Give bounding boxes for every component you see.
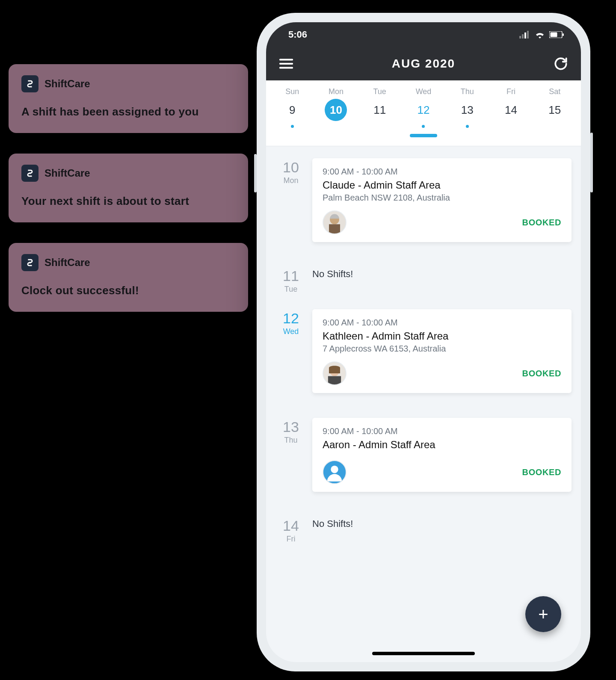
svg-rect-5 [551,33,557,37]
cellular-icon [519,31,530,38]
notification-app-name: ShiftCare [44,167,90,179]
avatar [323,361,346,385]
svg-rect-9 [329,224,340,234]
day-section: 12Wed9:00 AM - 10:00 AMKathleen - Admin … [266,309,581,418]
shift-title: Aaron - Admin Staff Area [323,439,561,451]
no-shifts-label: No Shifts! [312,267,572,280]
day-body: 9:00 AM - 10:00 AMClaude - Admin Staff A… [312,158,572,251]
home-indicator[interactable] [372,652,475,655]
day-name: Wed [275,327,306,336]
notification-app-name: ShiftCare [44,257,90,269]
week-day-label: Mon [329,87,344,96]
notification-message: Clock out successful! [21,284,235,297]
notification-card[interactable]: ShiftCare A shift has been assigned to y… [9,64,248,133]
shift-status-badge: BOOKED [522,369,561,378]
day-has-shift-dot [291,125,294,128]
notifications-column: ShiftCare A shift has been assigned to y… [9,64,248,312]
svg-rect-0 [519,36,521,38]
status-time: 5:06 [288,29,307,40]
app-header: AUG 2020 [266,47,581,80]
week-day-tue[interactable]: Tue11 [361,87,398,131]
refresh-button[interactable] [553,56,569,72]
shift-card[interactable]: 9:00 AM - 10:00 AMAaron - Admin Staff Ar… [312,418,572,492]
day-body: 9:00 AM - 10:00 AMKathleen - Admin Staff… [312,309,572,402]
week-day-sun[interactable]: Sun9 [274,87,311,131]
week-day-label: Thu [461,87,474,96]
week-day-number: 12 [412,99,435,121]
week-day-fri[interactable]: Fri14 [493,87,530,131]
plus-icon: + [538,605,548,624]
day-number: 12 [275,311,306,325]
shift-status-badge: BOOKED [522,218,561,228]
shift-card[interactable]: 9:00 AM - 10:00 AMClaude - Admin Staff A… [312,158,572,242]
week-day-number: 10 [325,99,347,121]
day-body: No Shifts! [312,517,572,544]
week-day-wed[interactable]: Wed12 [405,87,442,131]
notification-message: A shift has been assigned to you [21,105,235,118]
phone-mockup: 5:06 AUG 2020 [257,13,590,671]
shift-card[interactable]: 9:00 AM - 10:00 AMKathleen - Admin Staff… [312,309,572,393]
week-day-label: Sun [285,87,299,96]
day-number: 11 [275,269,306,283]
notification-app-name: ShiftCare [44,78,90,90]
week-day-label: Fri [506,87,515,96]
day-side-label: 11Tue [275,267,306,294]
notification-message: Your next shift is about to start [21,195,235,208]
week-day-label: Sat [549,87,560,96]
day-name: Thu [275,436,306,445]
schedule-list[interactable]: 10Mon9:00 AM - 10:00 AMClaude - Admin St… [266,146,581,662]
day-section: 13Thu9:00 AM - 10:00 AMAaron - Admin Sta… [266,418,581,517]
week-underline-indicator [410,134,437,137]
notification-card[interactable]: ShiftCare Your next shift is about to st… [9,154,248,222]
week-day-label: Tue [373,87,386,96]
day-section: 14FriNo Shifts! [266,517,581,559]
day-side-label: 14Fri [275,517,306,544]
week-day-number: 13 [456,99,478,121]
week-day-number: 15 [544,99,566,121]
day-body: No Shifts! [312,267,572,294]
day-name: Fri [275,535,306,544]
week-day-number: 14 [500,99,522,121]
week-day-number: 9 [281,99,303,121]
svg-rect-3 [527,31,529,38]
day-has-shift-dot [422,125,425,128]
svg-rect-6 [563,33,564,36]
shiftcare-app-icon [21,75,38,92]
no-shifts-label: No Shifts! [312,517,572,529]
avatar [323,460,346,484]
shift-footer: BOOKED [323,361,561,385]
shift-footer: BOOKED [323,210,561,234]
week-day-thu[interactable]: Thu13 [449,87,486,131]
shift-title: Kathleen - Admin Staff Area [323,330,561,342]
day-name: Tue [275,285,306,294]
add-shift-fab[interactable]: + [525,596,561,632]
day-has-shift-dot [466,125,469,128]
header-title: AUG 2020 [392,57,455,71]
shift-time: 9:00 AM - 10:00 AM [323,426,561,436]
shift-time: 9:00 AM - 10:00 AM [323,318,561,328]
day-side-label: 12Wed [275,309,306,402]
week-day-sat[interactable]: Sat15 [536,87,573,131]
shift-address: 7 Applecross WA 6153, Australia [323,344,561,354]
wifi-icon [535,31,545,38]
shift-address: Palm Beach NSW 2108, Australia [323,193,561,203]
notification-card[interactable]: ShiftCare Clock out successful! [9,243,248,312]
day-side-label: 10Mon [275,158,306,251]
shiftcare-app-icon [21,165,38,182]
battery-icon [549,31,564,38]
day-number: 14 [275,518,306,533]
svg-rect-1 [522,34,524,38]
week-selector: Sun9Mon10Tue11Wed12Thu13Fri14Sat15 [266,80,581,146]
day-name: Mon [275,176,306,185]
day-section: 11TueNo Shifts! [266,267,581,309]
svg-rect-2 [524,33,526,38]
svg-point-15 [331,466,338,473]
menu-button[interactable] [278,56,294,72]
shift-title: Claude - Admin Staff Area [323,179,561,191]
svg-rect-13 [328,376,341,385]
week-day-label: Wed [416,87,432,96]
day-side-label: 13Thu [275,418,306,501]
status-bar: 5:06 [266,22,581,47]
day-section: 10Mon9:00 AM - 10:00 AMClaude - Admin St… [266,158,581,267]
week-day-mon[interactable]: Mon10 [317,87,354,131]
